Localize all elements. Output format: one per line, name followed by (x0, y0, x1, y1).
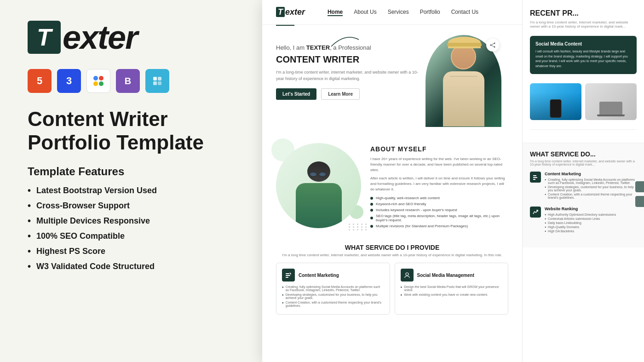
svg-rect-14 (286, 277, 288, 278)
service-card-1-header: Content Marketing (282, 269, 384, 282)
feature-item-1: Latest Bootstrap Version Used (28, 185, 235, 196)
svg-point-15 (406, 273, 408, 276)
blog-card-featured: Social Media Content I will consult with… (530, 36, 637, 74)
share-icon (486, 39, 499, 52)
rs2-bullet-5: High DA Backlinks (545, 230, 637, 233)
rs2-bullet-2: Contextual Articles submission Links (545, 217, 637, 220)
service-1-bullet-3: Content Creation, with a customized them… (282, 301, 384, 307)
features-heading: Template Features (28, 165, 235, 178)
service-1-bullet-1: Creating, fully optimizing Social Media … (282, 285, 384, 292)
rs1-bullet-2: Developing strategies, customized for yo… (545, 185, 637, 192)
svg-rect-18 (533, 179, 535, 180)
svg-line-7 (491, 44, 494, 45)
about-section: ABOUT MYSELF I have 20+ years of experie… (262, 136, 522, 237)
svg-rect-3 (158, 81, 161, 85)
nav-contact[interactable]: Contact Us (451, 9, 478, 16)
svg-rect-13 (286, 275, 290, 276)
hero-main-title: CONTENT WRITER (276, 54, 426, 65)
svg-line-8 (491, 46, 494, 46)
svg-rect-0 (153, 77, 157, 80)
svg-point-4 (494, 43, 495, 44)
right-edge-service-icons (635, 181, 644, 207)
services-right-subtitle: I'm a long time content writer, internet… (530, 160, 637, 166)
rs2-bullet-3: Daily basis Linkbuilding (545, 221, 637, 224)
about-bullet-2: Keyword-rich and SEO friendly (370, 202, 508, 206)
content-marketing-icon (282, 269, 295, 282)
right-panel: RECENT PR... I'm a long-time content wri… (522, 0, 644, 362)
hero-buttons: Let's Started Learn More (276, 88, 426, 100)
about-title: ABOUT MYSELF (370, 145, 508, 153)
service-card-2-header: Social Media Management (401, 269, 503, 282)
preview-nav-links: Home About Us Services Portfolio Contact… (328, 9, 478, 16)
logo-text: exter (63, 18, 137, 56)
services-right-panel: WHAT SERVICE DO... I'm a long time conte… (523, 143, 644, 247)
service-1-bullets: Creating, fully optimizing Social Media … (282, 285, 384, 307)
svg-rect-17 (533, 177, 537, 178)
feature-item-4: 100% SEO Compatible (28, 231, 235, 241)
main-title: Content Writer Portfolio Template (28, 108, 235, 154)
left-panel: T exter 5 3 B (0, 0, 262, 362)
about-image-wrapper (276, 143, 361, 228)
logo-box: T (28, 21, 61, 54)
recent-posts-subtitle: I'm a long-time content writer, internet… (530, 20, 637, 29)
bootstrap-icon: B (116, 69, 140, 93)
right-service-2-title: Website Ranking (545, 207, 637, 211)
dot-grid (349, 224, 368, 230)
lets-started-button[interactable]: Let's Started (276, 88, 316, 100)
website-preview: Texter Home About Us Services Portfolio … (262, 0, 522, 362)
blog-img-card-2 (585, 83, 637, 120)
right-service-1-content: Content Marketing Creating, fully optimi… (545, 172, 637, 200)
service-1-title: Content Marketing (299, 273, 339, 278)
preview-logo: Texter (276, 7, 305, 17)
hero-float-icons (486, 39, 499, 55)
about-content: ABOUT MYSELF I have 20+ years of experie… (370, 143, 508, 230)
feature-item-3: Multiple Devices Responsive (28, 216, 235, 226)
svg-point-5 (490, 45, 492, 46)
about-para-2: After each article is written, I will de… (370, 176, 508, 192)
css-icon: 3 (57, 69, 81, 93)
about-person-image (276, 143, 361, 228)
blog-image-cards (530, 83, 637, 120)
divider-1 (530, 129, 637, 130)
rs2-bullet-4: High-Quality Domains (545, 225, 637, 229)
learn-more-button[interactable]: Learn More (321, 88, 360, 100)
tech-icons-row: 5 3 B (28, 69, 235, 93)
recent-posts-title: RECENT PR... (530, 9, 637, 17)
about-bullets: High-quality, well-research web content … (370, 196, 508, 228)
logo-letter: T (37, 23, 52, 51)
about-bullet-4: SEO tags (title tag, meta description, h… (370, 214, 508, 222)
logo-container: T exter (28, 18, 235, 56)
rs1-bullet-1: Creating, fully optimizing Social Media … (545, 178, 637, 184)
nav-portfolio[interactable]: Portfolio (420, 9, 440, 16)
right-service-1-bullets: Creating, fully optimizing Social Media … (545, 178, 637, 199)
about-para-1: I have 20+ years of experience writing f… (370, 156, 508, 173)
service-card-2: Social Media Management Design the best … (395, 263, 509, 315)
services-subtitle: I'm a long time content writer, internet… (276, 253, 508, 257)
about-bullet-3: Includes keyword research - upon buyer's… (370, 208, 508, 212)
html-icon: 5 (28, 69, 52, 93)
right-service-item-1: Content Marketing Creating, fully optimi… (530, 172, 637, 200)
right-service-item-2: Website Ranking High-Authority Optimized… (530, 207, 637, 234)
rs2-bullet-1: High-Authority Optimized Directory submi… (545, 213, 637, 216)
blog-card-1-text: I will consult with fashion, beauty and … (535, 49, 631, 69)
blog-img-card-1 (530, 83, 581, 120)
feature-item-6: W3 Validated Code Structured (28, 261, 235, 272)
hero-section: Hello, I am TEXTER, a Professional CONTE… (262, 26, 522, 136)
hero-description: I'm a long-time content writer, internet… (276, 69, 426, 82)
service-2-bullet-1: Design the best Social Media Posts that … (401, 285, 503, 292)
service-2-bullet-2: Work with existing content you have or c… (401, 293, 503, 296)
right-service-1-title: Content Marketing (545, 172, 637, 176)
hero-image-container (426, 35, 508, 127)
svg-rect-2 (153, 81, 157, 85)
feature-item-2: Cross-Browser Support (28, 201, 235, 211)
about-bullet-5: Multiple revisions (for Standard and Pre… (370, 224, 508, 228)
nav-services[interactable]: Services (388, 9, 409, 16)
blog-card-1-title: Social Media Content (535, 41, 631, 46)
nav-about[interactable]: About Us (354, 9, 376, 16)
nav-home[interactable]: Home (328, 9, 343, 16)
services-title: WHAT SERVICE DO I PROVIDE (276, 244, 508, 251)
svg-rect-1 (158, 77, 161, 80)
service-2-title: Social Media Management (417, 273, 474, 278)
preview-nav: Texter Home About Us Services Portfolio … (262, 0, 522, 25)
features-list: Latest Bootstrap Version Used Cross-Brow… (28, 185, 235, 276)
